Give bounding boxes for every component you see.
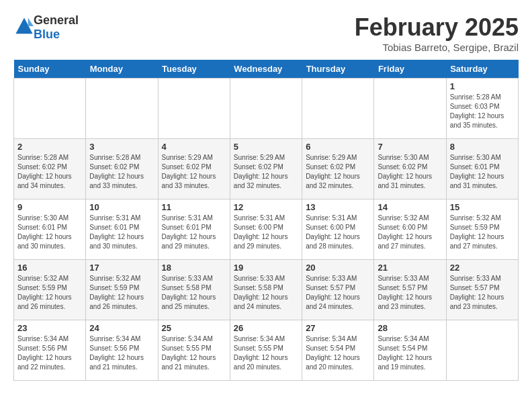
day-number: 28	[378, 323, 442, 333]
day-number: 1	[450, 81, 515, 91]
day-info: Sunrise: 5:33 AM Sunset: 5:58 PM Dayligh…	[234, 274, 298, 312]
day-number: 9	[17, 202, 82, 212]
day-number: 14	[378, 202, 442, 212]
calendar-cell: 7Sunrise: 5:30 AM Sunset: 6:02 PM Daylig…	[374, 139, 446, 199]
day-info: Sunrise: 5:29 AM Sunset: 6:02 PM Dayligh…	[234, 153, 298, 191]
day-number: 2	[17, 142, 82, 152]
day-number: 12	[234, 202, 298, 212]
calendar-cell: 12Sunrise: 5:31 AM Sunset: 6:00 PM Dayli…	[230, 199, 302, 260]
day-info: Sunrise: 5:34 AM Sunset: 5:56 PM Dayligh…	[89, 334, 154, 372]
calendar-cell: 17Sunrise: 5:32 AM Sunset: 5:59 PM Dayli…	[86, 260, 158, 320]
day-number: 7	[378, 142, 442, 152]
logo-icon	[15, 17, 34, 36]
calendar-cell: 28Sunrise: 5:34 AM Sunset: 5:54 PM Dayli…	[374, 320, 446, 381]
day-number: 5	[234, 142, 298, 152]
calendar-cell: 25Sunrise: 5:34 AM Sunset: 5:55 PM Dayli…	[158, 320, 230, 381]
day-info: Sunrise: 5:31 AM Sunset: 6:01 PM Dayligh…	[162, 214, 226, 251]
day-info: Sunrise: 5:32 AM Sunset: 6:00 PM Dayligh…	[378, 214, 442, 251]
weekday-header-tuesday: Tuesday	[158, 60, 230, 79]
calendar-week-row: 16Sunrise: 5:32 AM Sunset: 5:59 PM Dayli…	[14, 260, 519, 320]
day-number: 21	[378, 263, 442, 273]
calendar-cell	[86, 79, 158, 139]
calendar-cell: 14Sunrise: 5:32 AM Sunset: 6:00 PM Dayli…	[374, 199, 446, 260]
weekday-header-row: SundayMondayTuesdayWednesdayThursdayFrid…	[14, 60, 519, 79]
weekday-header-sunday: Sunday	[14, 60, 86, 79]
day-info: Sunrise: 5:32 AM Sunset: 5:59 PM Dayligh…	[450, 214, 515, 251]
calendar-cell: 21Sunrise: 5:33 AM Sunset: 5:57 PM Dayli…	[374, 260, 446, 320]
calendar-cell: 4Sunrise: 5:29 AM Sunset: 6:02 PM Daylig…	[158, 139, 230, 199]
day-number: 8	[450, 142, 515, 152]
calendar-cell: 11Sunrise: 5:31 AM Sunset: 6:01 PM Dayli…	[158, 199, 230, 260]
day-info: Sunrise: 5:31 AM Sunset: 6:00 PM Dayligh…	[306, 214, 370, 251]
day-number: 13	[306, 202, 370, 212]
calendar-cell: 5Sunrise: 5:29 AM Sunset: 6:02 PM Daylig…	[230, 139, 302, 199]
day-info: Sunrise: 5:33 AM Sunset: 5:57 PM Dayligh…	[378, 274, 442, 312]
calendar-cell	[230, 79, 302, 139]
day-number: 19	[234, 263, 298, 273]
calendar-cell: 19Sunrise: 5:33 AM Sunset: 5:58 PM Dayli…	[230, 260, 302, 320]
logo-blue: Blue	[34, 28, 79, 42]
logo: General Blue	[13, 13, 79, 42]
weekday-header-wednesday: Wednesday	[230, 60, 302, 79]
weekday-header-friday: Friday	[374, 60, 446, 79]
day-number: 10	[89, 202, 154, 212]
day-info: Sunrise: 5:34 AM Sunset: 5:54 PM Dayligh…	[378, 334, 442, 372]
day-number: 23	[17, 323, 82, 333]
day-number: 18	[162, 263, 226, 273]
calendar-week-row: 1Sunrise: 5:28 AM Sunset: 6:03 PM Daylig…	[14, 79, 519, 139]
day-info: Sunrise: 5:30 AM Sunset: 6:02 PM Dayligh…	[378, 153, 442, 191]
day-info: Sunrise: 5:32 AM Sunset: 5:59 PM Dayligh…	[89, 274, 154, 312]
svg-marker-1	[28, 17, 34, 26]
calendar-cell: 9Sunrise: 5:30 AM Sunset: 6:01 PM Daylig…	[14, 199, 86, 260]
day-number: 24	[89, 323, 154, 333]
day-number: 6	[306, 142, 370, 152]
day-number: 11	[162, 202, 226, 212]
day-number: 22	[450, 263, 515, 273]
calendar-cell: 8Sunrise: 5:30 AM Sunset: 6:01 PM Daylig…	[446, 139, 518, 199]
day-number: 27	[306, 323, 370, 333]
day-number: 20	[306, 263, 370, 273]
calendar-cell: 27Sunrise: 5:34 AM Sunset: 5:54 PM Dayli…	[302, 320, 374, 381]
calendar-cell: 2Sunrise: 5:28 AM Sunset: 6:02 PM Daylig…	[14, 139, 86, 199]
calendar-cell: 24Sunrise: 5:34 AM Sunset: 5:56 PM Dayli…	[86, 320, 158, 381]
calendar-cell: 6Sunrise: 5:29 AM Sunset: 6:02 PM Daylig…	[302, 139, 374, 199]
day-info: Sunrise: 5:28 AM Sunset: 6:03 PM Dayligh…	[450, 93, 515, 130]
calendar-cell: 26Sunrise: 5:34 AM Sunset: 5:55 PM Dayli…	[230, 320, 302, 381]
calendar-cell: 18Sunrise: 5:33 AM Sunset: 5:58 PM Dayli…	[158, 260, 230, 320]
day-info: Sunrise: 5:34 AM Sunset: 5:55 PM Dayligh…	[162, 334, 226, 372]
calendar-cell: 3Sunrise: 5:28 AM Sunset: 6:02 PM Daylig…	[86, 139, 158, 199]
day-number: 25	[162, 323, 226, 333]
calendar-cell: 15Sunrise: 5:32 AM Sunset: 5:59 PM Dayli…	[446, 199, 518, 260]
calendar-cell: 1Sunrise: 5:28 AM Sunset: 6:03 PM Daylig…	[446, 79, 518, 139]
day-info: Sunrise: 5:29 AM Sunset: 6:02 PM Dayligh…	[162, 153, 226, 191]
day-info: Sunrise: 5:34 AM Sunset: 5:56 PM Dayligh…	[17, 334, 82, 372]
day-number: 26	[234, 323, 298, 333]
day-info: Sunrise: 5:33 AM Sunset: 5:57 PM Dayligh…	[450, 274, 515, 312]
day-number: 16	[17, 263, 82, 273]
calendar-week-row: 9Sunrise: 5:30 AM Sunset: 6:01 PM Daylig…	[14, 199, 519, 260]
day-info: Sunrise: 5:30 AM Sunset: 6:01 PM Dayligh…	[17, 214, 82, 251]
title-area: February 2025 Tobias Barreto, Sergipe, B…	[355, 13, 519, 53]
calendar-cell	[446, 320, 518, 381]
day-info: Sunrise: 5:30 AM Sunset: 6:01 PM Dayligh…	[450, 153, 515, 191]
page-header: General Blue February 2025 Tobias Barret…	[13, 13, 519, 53]
calendar-cell	[374, 79, 446, 139]
day-number: 15	[450, 202, 515, 212]
calendar-table: SundayMondayTuesdayWednesdayThursdayFrid…	[13, 60, 519, 381]
calendar-cell: 16Sunrise: 5:32 AM Sunset: 5:59 PM Dayli…	[14, 260, 86, 320]
day-number: 17	[89, 263, 154, 273]
calendar-cell: 13Sunrise: 5:31 AM Sunset: 6:00 PM Dayli…	[302, 199, 374, 260]
month-year: February 2025	[355, 13, 519, 42]
day-info: Sunrise: 5:31 AM Sunset: 6:00 PM Dayligh…	[234, 214, 298, 251]
day-number: 4	[162, 142, 226, 152]
location: Tobias Barreto, Sergipe, Brazil	[355, 42, 519, 53]
calendar-cell: 23Sunrise: 5:34 AM Sunset: 5:56 PM Dayli…	[14, 320, 86, 381]
day-info: Sunrise: 5:28 AM Sunset: 6:02 PM Dayligh…	[89, 153, 154, 191]
weekday-header-saturday: Saturday	[446, 60, 518, 79]
day-number: 3	[89, 142, 154, 152]
calendar-cell	[158, 79, 230, 139]
calendar-cell	[302, 79, 374, 139]
calendar-cell: 20Sunrise: 5:33 AM Sunset: 5:57 PM Dayli…	[302, 260, 374, 320]
day-info: Sunrise: 5:33 AM Sunset: 5:57 PM Dayligh…	[306, 274, 370, 312]
day-info: Sunrise: 5:33 AM Sunset: 5:58 PM Dayligh…	[162, 274, 226, 312]
